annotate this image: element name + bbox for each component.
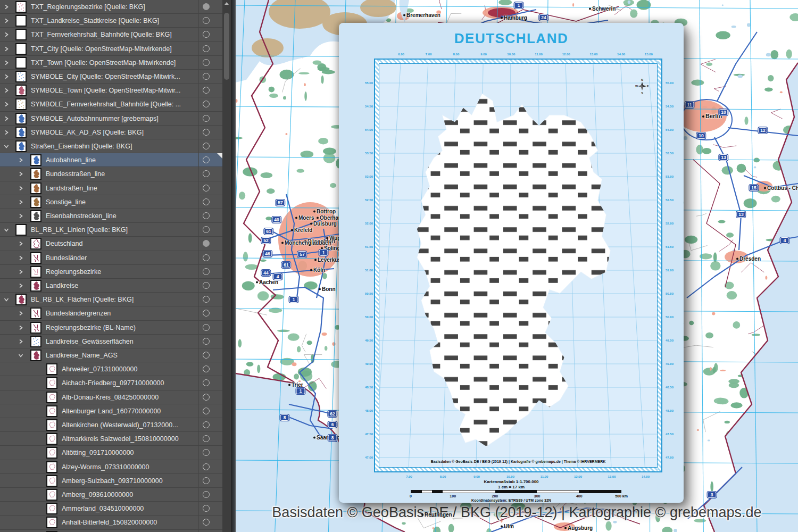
layer-row[interactable]: TXT_City [Quelle: OpenStreetMap-Mitwirke… [0, 42, 222, 56]
layer-name[interactable]: TXT_Town [Quelle: OpenStreetMap-Mitwirke… [31, 56, 176, 70]
layer-row[interactable]: Alzey-Worms_073310000000 [0, 460, 222, 474]
layer-name[interactable]: SYMBOLE_Fernverkehrshalt_Bahnhöfe [Quell… [31, 97, 181, 111]
layer-row[interactable]: Landkreise_Name_AGS [0, 348, 222, 362]
layer-thumbnail[interactable] [30, 266, 41, 278]
layer-name[interactable]: Alb-Donau-Kreis_084250000000 [62, 390, 159, 404]
chevron-down-icon[interactable] [18, 352, 24, 359]
layer-thumbnail[interactable] [46, 489, 57, 501]
layer-name[interactable]: Landkreise [46, 279, 78, 293]
layer-target-circle[interactable] [203, 73, 210, 80]
layer-thumbnail[interactable] [15, 127, 27, 138]
layer-name[interactable]: Bundesländer [46, 251, 87, 265]
layer-target-circle[interactable] [203, 254, 210, 261]
layer-name[interactable]: TXT_Regierungsbezirke [Quelle: BKG] [31, 0, 145, 14]
chevron-right-icon[interactable] [3, 87, 10, 94]
layer-target-circle[interactable] [203, 296, 210, 303]
layer-row[interactable]: TXT_Fernverkehrshalt_Bahnhöfe [Quelle: B… [0, 28, 222, 41]
chevron-right-icon[interactable] [18, 255, 24, 261]
layer-row[interactable]: Anhalt-Bitterfeld_150820000000 [0, 516, 222, 529]
layer-target-circle[interactable] [203, 365, 210, 372]
layer-thumbnail[interactable] [15, 224, 27, 236]
chevron-right-icon[interactable] [3, 115, 10, 122]
layer-thumbnail[interactable] [30, 210, 41, 222]
layer-name[interactable]: TXT_City [Quelle: OpenStreetMap-Mitwirke… [31, 42, 172, 56]
layer-name[interactable]: Altötting_091710000000 [62, 446, 134, 460]
layer-name[interactable]: Bundesstraßen_line [46, 167, 105, 181]
layer-target-circle[interactable] [203, 338, 210, 345]
layer-row[interactable]: Amberg_093610000000 [0, 488, 222, 502]
chevron-right-icon[interactable] [18, 199, 24, 205]
layer-target-circle[interactable] [203, 143, 210, 149]
layer-target-circle[interactable] [203, 519, 210, 526]
layer-name[interactable]: BL_RB_LK_Linien [Quelle: BKG] [31, 223, 128, 237]
scroll-up-arrow-icon[interactable] [225, 2, 229, 5]
layer-row[interactable]: Aichach-Friedberg_097710000000 [0, 376, 222, 390]
layer-target-circle[interactable] [203, 491, 210, 498]
layer-target-circle[interactable] [203, 310, 210, 317]
chevron-right-icon[interactable] [18, 157, 24, 163]
layer-row[interactable]: Bundesländer [0, 251, 222, 265]
layer-thumbnail[interactable] [15, 71, 27, 82]
layer-target-circle[interactable] [203, 129, 210, 136]
layer-name[interactable]: Ammerland_034510000000 [62, 502, 144, 516]
layer-row[interactable]: BL_RB_LK_Flächen [Quelle: BKG] [0, 293, 222, 306]
layer-thumbnail[interactable] [30, 182, 41, 194]
layer-target-circle[interactable] [203, 198, 210, 205]
layer-thumbnail[interactable] [46, 517, 57, 528]
layer-target-circle[interactable] [203, 352, 210, 359]
layer-thumbnail[interactable] [46, 503, 57, 514]
layer-row[interactable]: Altötting_091710000000 [0, 446, 222, 460]
layer-row[interactable]: Autobahnen_line [0, 153, 222, 167]
layer-name[interactable]: Amberg_093610000000 [62, 488, 133, 502]
layer-row[interactable]: Landkreise_Gewässerflächen [0, 335, 222, 348]
layer-target-circle[interactable] [203, 379, 210, 386]
layer-thumbnail[interactable] [46, 475, 57, 487]
layer-thumbnail[interactable] [30, 252, 41, 264]
layer-name[interactable]: Eisenbahnstrecken_line [46, 209, 117, 223]
layer-row[interactable]: Eisenbahnstrecken_line [0, 209, 222, 223]
layer-target-circle[interactable] [203, 505, 210, 512]
layer-thumbnail[interactable] [15, 98, 27, 110]
layer-thumbnail[interactable] [15, 140, 27, 152]
layer-thumbnail[interactable] [46, 461, 57, 473]
scrollbar-thumb[interactable] [224, 13, 229, 80]
layer-name[interactable]: SYMBOLE_Town [Quelle: OpenStreetMap-Mitw… [31, 84, 180, 97]
chevron-right-icon[interactable] [3, 129, 10, 136]
layer-row[interactable]: Landkreise [0, 279, 222, 293]
chevron-right-icon[interactable] [18, 171, 24, 177]
layer-thumbnail[interactable] [46, 419, 57, 431]
chevron-right-icon[interactable] [18, 213, 24, 219]
layer-row[interactable]: Bundesstraßen_line [0, 167, 222, 181]
layers-scrollbar[interactable] [222, 0, 231, 532]
chevron-right-icon[interactable] [3, 46, 10, 52]
layer-thumbnail[interactable] [30, 336, 41, 347]
layer-row[interactable]: SYMBOLE_Fernverkehrshalt_Bahnhöfe [Quell… [0, 97, 222, 111]
layer-name[interactable]: TXT_Landkreise_Stadtkreise [Quelle: BKG] [31, 14, 159, 28]
chevron-right-icon[interactable] [3, 101, 10, 107]
layer-row[interactable]: Regierungsbezirke (BL-Name) [0, 321, 222, 335]
layer-row[interactable]: SYMBOLE_City [Quelle: OpenStreetMap-Mitw… [0, 70, 222, 84]
layer-target-circle[interactable] [203, 324, 210, 331]
chevron-right-icon[interactable] [3, 18, 10, 24]
layer-thumbnail[interactable] [30, 154, 41, 166]
chevron-right-icon[interactable] [18, 240, 24, 247]
layer-name[interactable]: Altmarkkreis Salzwedel_150810000000 [62, 432, 179, 446]
layer-thumbnail[interactable] [46, 433, 57, 445]
chevron-right-icon[interactable] [18, 185, 24, 192]
layer-row[interactable]: Amberg-Sulzbach_093710000000 [0, 474, 222, 488]
chevron-right-icon[interactable] [3, 60, 10, 66]
chevron-right-icon[interactable] [3, 73, 10, 80]
layer-row[interactable]: Ahrweiler_071310000000 [0, 362, 222, 376]
layer-target-circle[interactable] [203, 212, 210, 219]
layer-target-circle[interactable] [203, 408, 210, 414]
chevron-right-icon[interactable] [3, 4, 10, 10]
layer-row[interactable]: Sonstige_line [0, 195, 222, 209]
layer-name[interactable]: SYMBOLE_City [Quelle: OpenStreetMap-Mitw… [31, 70, 180, 84]
layer-row[interactable]: Straßen_Eisenbahn [Quelle: BKG] [0, 139, 222, 153]
layer-row[interactable]: Bundesländergrenzen [0, 306, 222, 320]
layer-thumbnail[interactable] [15, 29, 27, 40]
layer-target-circle[interactable] [203, 435, 210, 442]
layer-row[interactable]: Deutschland [0, 237, 222, 251]
layer-target-circle[interactable] [203, 268, 210, 275]
layer-target-circle[interactable] [203, 240, 210, 247]
